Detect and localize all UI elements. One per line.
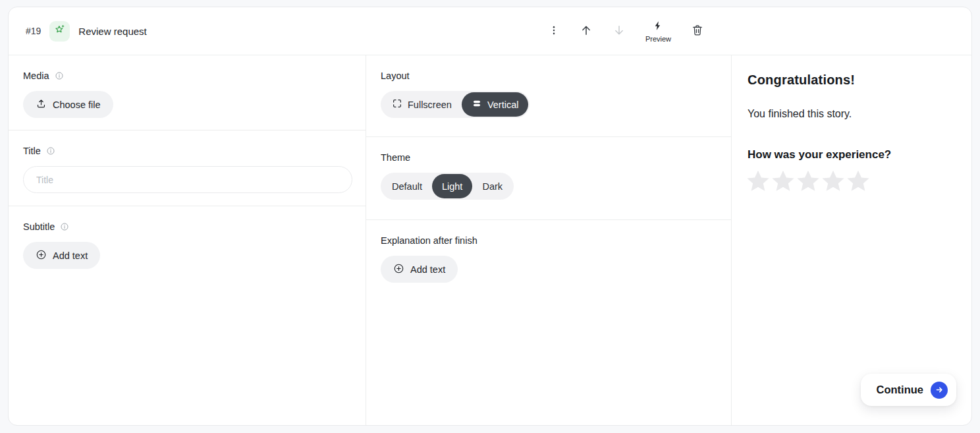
- explanation-section: Explanation after finish Add text: [366, 220, 731, 296]
- title-section: Title: [9, 130, 366, 206]
- layout-option-vertical[interactable]: Vertical: [462, 92, 529, 117]
- choose-file-label: Choose file: [53, 100, 101, 110]
- arrow-down-icon: [612, 24, 626, 39]
- subtitle-label: Subtitle: [23, 221, 55, 232]
- header-actions: Preview: [543, 17, 709, 45]
- star-icon[interactable]: [846, 169, 871, 194]
- upload-icon: [36, 98, 47, 111]
- theme-section: Theme Default Light Dark: [366, 137, 731, 220]
- layout-section: Layout Fullscreen: [366, 55, 731, 137]
- theme-option-default[interactable]: Default: [382, 174, 432, 198]
- add-explanation-label: Add text: [410, 264, 445, 275]
- info-icon[interactable]: [55, 71, 64, 80]
- theme-option-dark[interactable]: Dark: [472, 174, 512, 198]
- fullscreen-icon: [392, 98, 402, 111]
- slide-title: Review request: [78, 26, 146, 37]
- lightning-bolt-icon: [653, 20, 663, 34]
- add-subtitle-label: Add text: [53, 250, 88, 261]
- vertical-layout-icon: [472, 98, 482, 111]
- preview-panel: Congratulations! You finished this story…: [732, 55, 971, 425]
- continue-label: Continue: [877, 384, 924, 396]
- continue-button[interactable]: Continue: [861, 374, 957, 406]
- editor-header: #19 Review request: [9, 7, 971, 55]
- layout-option-vertical-label: Vertical: [487, 100, 519, 110]
- slide-identity: #19 Review request: [26, 21, 147, 42]
- layout-toggle: Fullscreen Vertical: [381, 91, 530, 118]
- plus-circle-icon: [393, 263, 404, 276]
- preview-body-text: You finished this story.: [748, 108, 956, 120]
- preview-label: Preview: [645, 35, 671, 43]
- content-panel: Media: [9, 55, 366, 425]
- subtitle-section: Subtitle: [9, 206, 366, 282]
- preview-heading: Congratulations!: [748, 72, 956, 88]
- preview-button[interactable]: Preview: [640, 17, 676, 45]
- star-rating: [746, 169, 956, 194]
- theme-option-light-label: Light: [442, 181, 462, 192]
- add-subtitle-button[interactable]: Add text: [23, 242, 100, 269]
- editor-body: Media: [9, 55, 971, 425]
- preview-question: How was your experience?: [748, 148, 956, 161]
- info-icon[interactable]: [60, 222, 69, 231]
- slide-number: #19: [26, 26, 41, 36]
- theme-option-light[interactable]: Light: [432, 174, 472, 198]
- star-icon[interactable]: [771, 169, 796, 194]
- theme-option-dark-label: Dark: [482, 181, 503, 192]
- media-label: Media: [23, 71, 49, 81]
- layout-option-fullscreen[interactable]: Fullscreen: [382, 92, 462, 117]
- star-icon[interactable]: [746, 169, 771, 194]
- move-down-button[interactable]: [607, 21, 631, 42]
- trash-icon: [691, 24, 704, 39]
- theme-label: Theme: [381, 152, 410, 163]
- layout-option-fullscreen-label: Fullscreen: [408, 100, 452, 110]
- review-request-badge: [49, 21, 70, 42]
- sparkle-star-icon: [53, 24, 66, 39]
- add-explanation-button[interactable]: Add text: [381, 256, 458, 283]
- story-editor-card: #19 Review request: [8, 7, 972, 426]
- choose-file-button[interactable]: Choose file: [23, 91, 113, 118]
- plus-circle-icon: [36, 249, 47, 262]
- title-label: Title: [23, 146, 41, 156]
- theme-option-default-label: Default: [392, 181, 422, 192]
- arrow-right-icon: [931, 382, 948, 399]
- star-icon[interactable]: [796, 169, 821, 194]
- layout-label: Layout: [381, 71, 410, 81]
- arrow-up-icon: [580, 24, 593, 39]
- more-options-button[interactable]: [543, 22, 565, 41]
- info-icon[interactable]: [46, 146, 55, 156]
- media-section: Media: [9, 55, 366, 130]
- delete-button[interactable]: [686, 21, 709, 42]
- theme-toggle: Default Light Dark: [381, 173, 514, 200]
- explanation-label: Explanation after finish: [381, 235, 477, 246]
- kebab-menu-icon: [548, 24, 560, 38]
- move-up-button[interactable]: [574, 21, 598, 42]
- title-input[interactable]: [23, 166, 352, 193]
- settings-panel: Layout Fullscreen: [366, 55, 732, 425]
- star-icon[interactable]: [821, 169, 846, 194]
